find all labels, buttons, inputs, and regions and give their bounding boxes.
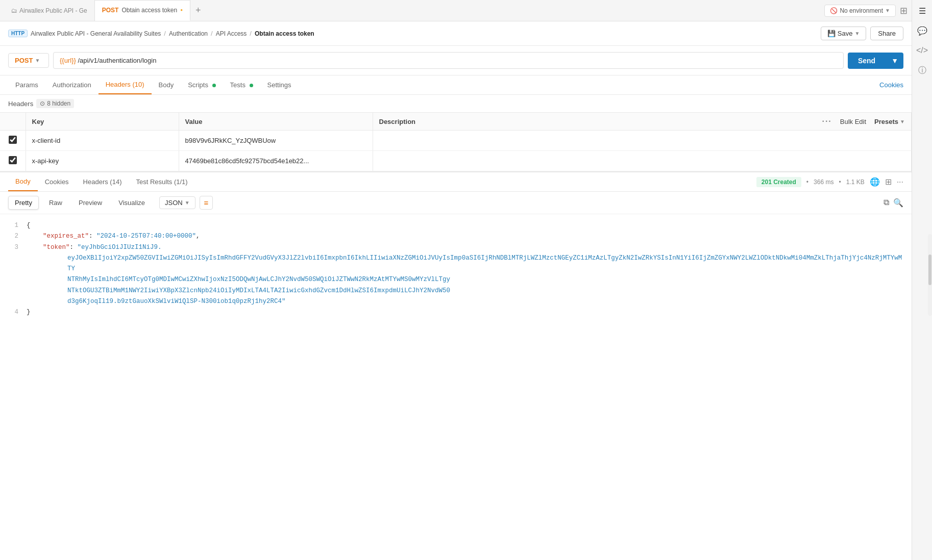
row2-description[interactable]	[373, 151, 912, 171]
tab-settings[interactable]: Settings	[260, 76, 299, 94]
share-button[interactable]: Share	[870, 27, 903, 40]
row1-value[interactable]: b98V9v6JRkKC_YzJQWBUow	[179, 131, 373, 151]
tab-scripts[interactable]: Scripts	[181, 76, 223, 94]
new-tab-button[interactable]: +	[190, 5, 206, 16]
sidebar-code-icon[interactable]: </>	[916, 46, 928, 55]
row1-checkbox-cell[interactable]	[0, 131, 26, 151]
tests-dot	[250, 84, 253, 87]
json-line-cont4: d3g6KjoqIl19.b9ztGauoXkSWlviW1QlSP-N300i…	[8, 296, 903, 307]
headers-table: Key Value Description ··· Bulk Edit	[0, 113, 912, 171]
response-action-icons: 🌐 ⊞ ···	[870, 177, 903, 187]
response-section: Body Cookies Headers (14) Test Results (…	[0, 171, 912, 324]
resp-tab-test-results[interactable]: Test Results (1/1)	[129, 173, 194, 191]
presets-dropdown[interactable]: Presets ▼	[874, 118, 905, 125]
breadcrumb-current: Obtain access token	[255, 30, 314, 37]
request-tab[interactable]: POST Obtain access token ●	[95, 0, 190, 21]
layout-icon[interactable]: ⊞	[900, 5, 908, 16]
resp-tab-headers[interactable]: Headers (14)	[76, 173, 129, 191]
json-line-4: 4 }	[8, 307, 903, 318]
resp-tab-cookies[interactable]: Cookies	[38, 173, 76, 191]
grid-icon[interactable]: ⊞	[885, 177, 892, 187]
tab-name: Obtain access token	[121, 7, 177, 14]
response-more-icon[interactable]: ···	[897, 177, 903, 187]
row1-key[interactable]: x-client-id	[26, 131, 179, 151]
sidebar-info-icon[interactable]: ⓘ	[918, 65, 926, 76]
json-line-cont1: eyJOeXBlIjoiY2xpZW50ZGVIIwiZGMiOiJISyIsI…	[8, 253, 903, 275]
tab-params[interactable]: Params	[8, 76, 45, 94]
sidebar-comment-icon[interactable]: 💬	[917, 26, 927, 36]
globe-icon[interactable]: 🌐	[870, 177, 880, 187]
headers-label: Headers	[8, 100, 33, 108]
col-key: Key	[26, 113, 179, 131]
cookies-link[interactable]: Cookies	[879, 81, 903, 89]
col-description: Description ··· Bulk Edit Presets ▼	[373, 113, 912, 131]
tab-authorization[interactable]: Authorization	[45, 76, 99, 94]
breadcrumb-actions: 💾 Save ▼ Share	[821, 27, 903, 40]
body-format-bar: Pretty Raw Preview Visualize JSON ▼ ≡ ⧉ …	[0, 192, 912, 214]
breadcrumb-api-access[interactable]: API Access	[216, 30, 247, 37]
response-status-bar: 201 Created • 366 ms • 1.1 KB 🌐 ⊞ ···	[756, 177, 903, 187]
breadcrumb-authentication[interactable]: Authentication	[169, 30, 208, 37]
method-label: POST	[15, 57, 33, 64]
request-tabs: Params Authorization Headers (10) Body S…	[0, 75, 912, 95]
body-actions: ⧉ 🔍	[884, 198, 903, 208]
json-line-2: 2 "expires_at": "2024-10-25T07:40:00+000…	[8, 231, 903, 242]
row2-key[interactable]: x-api-key	[26, 151, 179, 171]
breadcrumb-collection[interactable]: Airwallex Public API - General Availabil…	[31, 30, 161, 37]
tab-tests[interactable]: Tests	[223, 76, 260, 94]
send-button[interactable]: Send ▼	[848, 53, 903, 69]
send-dropdown-icon[interactable]: ▼	[886, 57, 903, 65]
scripts-dot	[212, 84, 216, 87]
save-button[interactable]: 💾 Save ▼	[821, 27, 867, 40]
tab-body[interactable]: Body	[152, 76, 181, 94]
collection-tab[interactable]: 🗂 Airwallex Public API - Ge	[4, 0, 95, 21]
format-preview-button[interactable]: Preview	[72, 196, 108, 209]
tab-method: POST	[102, 7, 119, 14]
tab-bar-right: 🚫 No environment ▼ ⊞	[824, 5, 908, 17]
no-environment-icon: 🚫	[830, 7, 838, 14]
row1-description[interactable]	[373, 131, 912, 151]
http-badge: HTTP	[8, 30, 28, 37]
col-value: Value	[179, 113, 373, 131]
row1-checkbox[interactable]	[9, 136, 17, 144]
json-line-cont3: NTktOGU3ZTBiMmM1NWY2IiwiYXBpX3ZlcnNpb24i…	[8, 286, 903, 296]
sidebar-collection-icon[interactable]: ☰	[919, 6, 926, 16]
send-label: Send	[848, 57, 886, 65]
format-raw-button[interactable]: Raw	[43, 196, 68, 209]
breadcrumb: HTTP Airwallex Public API - General Avai…	[0, 21, 912, 46]
tab-headers[interactable]: Headers (10)	[99, 75, 152, 94]
search-button[interactable]: 🔍	[893, 198, 903, 208]
save-dropdown-icon[interactable]: ▼	[854, 31, 860, 36]
url-bar: POST ▼ {{url}} /api/v1/authentication/lo…	[0, 46, 912, 75]
headers-count: (10)	[132, 81, 144, 88]
more-options-icon[interactable]: ···	[822, 117, 831, 126]
tab-bar: 🗂 Airwallex Public API - Ge POST Obtain …	[0, 0, 912, 21]
save-label: Save	[838, 30, 853, 37]
copy-button[interactable]: ⧉	[884, 198, 889, 208]
method-selector[interactable]: POST ▼	[8, 53, 49, 68]
url-path: /api/v1/authentication/login	[76, 57, 157, 64]
resp-dot-separator2: •	[839, 179, 841, 186]
url-input[interactable]: {{url}} /api/v1/authentication/login	[53, 52, 844, 69]
url-variable: {{url}}	[60, 57, 76, 64]
response-json-body: 1 { 2 "expires_at": "2024-10-25T07:40:00…	[0, 214, 912, 324]
table-row: x-api-key 47469be81c86cd5fc92757bcd54e1e…	[0, 151, 912, 171]
scrollbar-thumb[interactable]	[928, 254, 931, 285]
headers-table-container: Key Value Description ··· Bulk Edit	[0, 113, 912, 171]
scrollbar-track	[928, 234, 932, 316]
response-size: 1.1 KB	[846, 179, 865, 186]
row2-checkbox[interactable]	[9, 156, 17, 164]
row2-checkbox-cell[interactable]	[0, 151, 26, 171]
hidden-toggle[interactable]: ⊙ 8 hidden	[36, 99, 74, 108]
environment-selector[interactable]: 🚫 No environment ▼	[824, 5, 896, 17]
format-pretty-button[interactable]: Pretty	[8, 196, 39, 210]
format-type-selector[interactable]: JSON ▼	[159, 196, 195, 209]
wrap-toggle-button[interactable]: ≡	[200, 196, 213, 210]
hidden-count: 8 hidden	[47, 100, 70, 107]
format-visualize-button[interactable]: Visualize	[112, 196, 151, 209]
resp-tab-body[interactable]: Body	[8, 172, 38, 191]
row2-value[interactable]: 47469be81c86cd5fc92757bcd54e1eb22...	[179, 151, 373, 171]
bulk-edit-button[interactable]: Bulk Edit	[840, 118, 866, 125]
status-badge: 201 Created	[756, 177, 801, 187]
presets-chevron-icon: ▼	[900, 119, 905, 124]
